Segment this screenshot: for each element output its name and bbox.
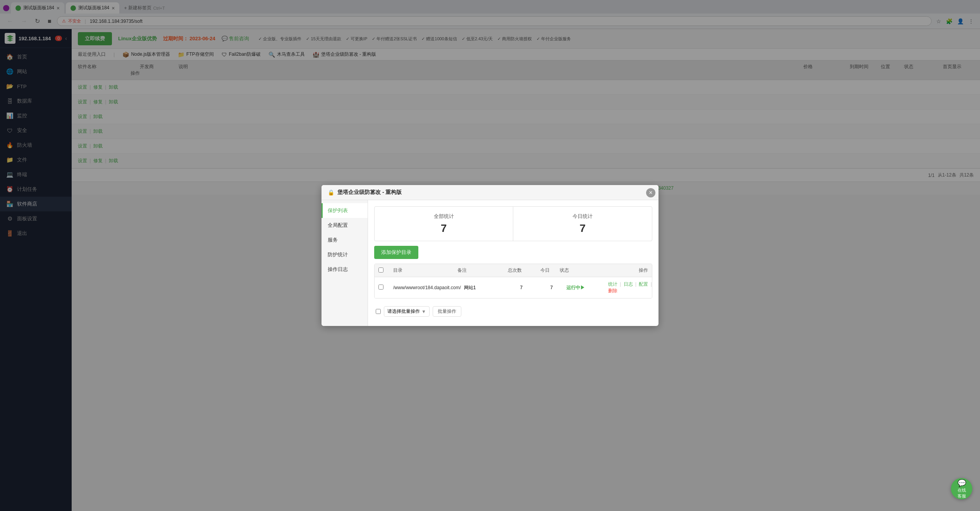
col-note: 备注 xyxy=(457,267,496,274)
prot-row-actions: 统计 | 日志 | 配置 | 删除 xyxy=(608,281,652,294)
col-status: 状态 xyxy=(560,267,598,274)
modal-nav-global-config[interactable]: 全局配置 xyxy=(322,218,368,233)
modal-nav-protection-list[interactable]: 保护列表 xyxy=(322,203,368,218)
prot-today: 7 xyxy=(540,285,563,290)
stat-total-label: 全部统计 xyxy=(381,213,507,220)
action-log[interactable]: 日志 xyxy=(624,281,633,287)
stat-total-value: 7 xyxy=(381,222,507,235)
modal-title: 堡塔企业级防篡改 - 重构版 xyxy=(337,189,402,196)
protection-table-header: 目录 备注 总次数 今日 状态 操作 xyxy=(375,264,652,277)
modal-nav-operation-log[interactable]: 操作日志 xyxy=(322,262,368,277)
action-delete[interactable]: 删除 xyxy=(608,288,617,293)
tamper-proof-modal: 🔒 堡塔企业级防篡改 - 重构版 × 保护列表 全局配置 服务 防护统计 xyxy=(322,185,658,326)
stat-total: 全部统计 7 xyxy=(375,207,513,241)
batch-select-dropdown[interactable]: 请选择批量操作 ▼ xyxy=(384,306,430,317)
col-today: 今日 xyxy=(533,267,557,274)
modal-nav-protection-stats[interactable]: 防护统计 xyxy=(322,247,368,262)
modal-main-content: 全部统计 7 今日统计 7 添加保护目录 目录 备注 xyxy=(368,200,658,326)
add-protection-dir-button[interactable]: 添加保护目录 xyxy=(374,246,418,259)
prot-total: 7 xyxy=(506,285,537,290)
modal-close-button[interactable]: × xyxy=(646,188,655,197)
row-checkbox[interactable] xyxy=(378,285,383,290)
stats-row: 全部统计 7 今日统计 7 xyxy=(374,206,652,241)
col-dir: 目录 xyxy=(393,267,454,274)
modal-body: 保护列表 全局配置 服务 防护统计 操作日志 xyxy=(322,200,658,326)
batch-execute-button[interactable]: 批量操作 xyxy=(433,306,461,317)
action-config[interactable]: 配置 xyxy=(639,281,648,287)
prot-note: 网站1 xyxy=(464,285,503,291)
chevron-down-icon: ▼ xyxy=(421,309,426,314)
online-chat-button[interactable]: 💬 在线 客服 xyxy=(951,478,972,499)
stat-today: 今日统计 7 xyxy=(513,207,652,241)
select-all-checkbox[interactable] xyxy=(378,268,383,273)
protection-table-row: /www/wwwroot/184.dapaoit.com/ 网站1 7 7 运行… xyxy=(375,277,652,298)
modal-header: 🔒 堡塔企业级防篡改 - 重构版 × xyxy=(322,185,658,200)
online-chat-line1: 在线 xyxy=(958,487,966,493)
modal-overlay[interactable]: 🔒 堡塔企业级防篡改 - 重构版 × 保护列表 全局配置 服务 防护统计 xyxy=(0,0,980,511)
action-stats[interactable]: 统计 xyxy=(608,281,617,287)
prot-status: 运行中▶ xyxy=(566,285,605,291)
prot-directory: /www/wwwroot/184.dapaoit.com/ xyxy=(393,285,461,290)
batch-select-placeholder: 请选择批量操作 xyxy=(387,308,420,315)
stat-today-value: 7 xyxy=(519,222,646,235)
batch-select-all-checkbox[interactable] xyxy=(376,309,381,314)
stat-today-label: 今日统计 xyxy=(519,213,646,220)
protection-table: 目录 备注 总次数 今日 状态 操作 /www/wwwroot/184.dapa… xyxy=(374,264,652,298)
col-ops: 操作 xyxy=(602,267,648,274)
online-chat-line2: 客服 xyxy=(958,493,966,499)
modal-lock-icon: 🔒 xyxy=(328,189,334,195)
modal-sidebar-nav: 保护列表 全局配置 服务 防护统计 操作日志 xyxy=(322,200,368,326)
col-total: 总次数 xyxy=(499,267,530,274)
modal-nav-service[interactable]: 服务 xyxy=(322,233,368,247)
chat-icon: 💬 xyxy=(958,479,966,487)
batch-operations-row: 请选择批量操作 ▼ 批量操作 xyxy=(374,303,652,320)
